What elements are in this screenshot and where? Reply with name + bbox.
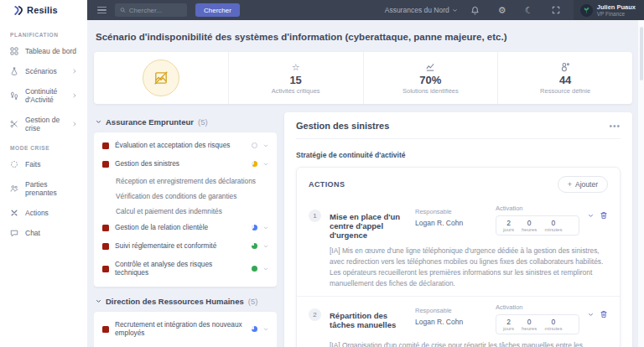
search-icon [120,7,126,13]
fullscreen-icon[interactable] [547,0,565,20]
sub-activity-row[interactable]: Vérification des conditions de garanties [94,189,277,204]
activity-marker [102,142,109,149]
activity-label: Gestion de la relation clientèle [115,224,246,232]
activation-minutes-unit: minutes [544,227,562,232]
user-menu[interactable]: Julien Puaux VP Finance [574,0,644,20]
stat-solutions-identifiees: 70% Solutions identifiées [363,52,498,104]
group-count: (5) [198,117,208,127]
activation-label: Activation [496,303,579,311]
chevron-down-icon[interactable] [263,327,268,332]
strategy-label: Stratégie de continuité d'activité [296,151,621,159]
activation-duration-box[interactable]: 2jours 0heures 0minutes [496,215,579,236]
activation-hours: 0 [522,318,537,326]
group-header-assurance-emprunteur[interactable]: Assurance Emprunteur (5) [96,117,277,127]
scrollbar-track[interactable] [638,20,644,347]
sidebar-item-label: Chat [25,229,77,237]
group-header-ressources-humaines[interactable]: Direction des Ressources Humaines (5) [96,297,277,306]
sidebar-item-gestion-de-crise[interactable]: Gestion de crise [0,110,87,138]
sub-activity-row[interactable]: Réception et enregistrement des déclarat… [94,174,277,189]
sidebar-item-faits[interactable]: Faits [0,154,87,174]
activation-minutes-unit: minutes [544,326,562,331]
activity-row[interactable]: Gestion des sinistres [94,155,277,174]
stat-label: Activités critiques [272,87,320,95]
activation-minutes: 0 [544,219,562,227]
star-icon: ☆ [292,61,300,73]
activities-panel: Assurance Emprunteur (5) Évaluation et a… [94,112,277,347]
user-name: Julien Puaux [597,3,636,11]
sidebar-item-actions[interactable]: Actions [0,203,87,223]
group-card: Recrutement et intégration des nouveaux … [94,312,277,347]
action-description: [IA] Mis en œuvre d'une ligne téléphoniq… [330,246,608,289]
sidebar-item-scenarios[interactable]: Scénarios [0,61,87,81]
scrollbar-thumb[interactable] [640,27,643,80]
activation-duration-box[interactable]: 2jours 0heures 0minutes [496,314,579,334]
main-content: Scénario d'indisponibilité des systèmes … [87,20,644,347]
activity-label: Gestion des sinistres [115,160,246,168]
responsable-label: Responsable [415,307,487,314]
stats-card: ☆ 15 Activités critiques 70% Solutions i… [94,52,632,104]
user-role: VP Finance [597,11,636,18]
chevron-down-icon[interactable] [263,143,268,148]
trash-icon[interactable] [600,310,608,319]
sidebar-section-planification: PLANIFICATION [0,25,87,41]
chevron-down-icon [96,119,101,125]
activation-minutes: 0 [544,318,562,326]
stat-activites-critiques: ☆ 15 Activités critiques [228,52,363,104]
notifications-bell-icon[interactable] [466,0,485,20]
avatar [580,4,593,17]
flask-icon [10,67,18,75]
responsable-label: Responsable [415,208,487,215]
activity-label: Suivi réglementaire et conformité [115,242,246,251]
activity-row[interactable]: Contrôle et analyse des risques techniqu… [94,256,277,282]
detail-title: Gestion des sinistres [296,121,389,131]
sidebar-item-parties-prenantes[interactable]: Parties prenantes [0,174,87,203]
footprints-icon [10,91,18,100]
trash-icon[interactable] [600,211,608,220]
dark-mode-moon-icon[interactable]: ☾ [520,0,538,20]
action-item: 1 Mise en place d'un centre d'appel d'ur… [297,198,620,296]
stat-value: 15 [289,74,301,86]
activation-hours: 0 [522,219,537,227]
collapse-chevron-icon[interactable] [588,213,594,219]
group-title: Assurance Emprunteur [106,117,194,127]
actions-card: ACTIONS + Ajouter 1 Mise en place d'un c… [296,167,621,347]
hamburger-menu-icon[interactable] [97,7,106,14]
chevron-down-icon [96,298,101,304]
activity-row[interactable]: Évaluation et acceptation des risques [94,137,277,155]
activity-row[interactable]: Gestion de la paie et des avantages soci… [94,343,277,347]
chevron-right-icon [72,93,77,98]
chevron-down-icon[interactable] [263,267,268,272]
logo[interactable]: Resilis [0,0,87,20]
collapse-chevron-icon[interactable] [588,312,594,318]
add-action-button[interactable]: + Ajouter [558,176,608,193]
stat-label: Ressource définie [540,87,590,95]
sidebar-item-label: Parties prenantes [25,180,77,197]
organization-selector[interactable]: Assurances du Nord [385,6,458,14]
sidebar-item-chat[interactable]: Chat [0,223,87,243]
settings-gear-icon[interactable]: ⚙ [493,0,512,20]
chevron-down-icon[interactable] [263,162,268,167]
activity-marker [102,243,109,250]
sub-activity-row[interactable]: Calcul et paiement des indemnités [94,204,277,219]
chevron-down-icon[interactable] [263,244,268,249]
sidebar-item-label: Gestion de crise [25,116,65,132]
search-button[interactable]: Chercher [195,3,240,17]
more-options-icon[interactable]: ••• [609,124,621,128]
logo-text: Resilis [27,5,58,15]
progress-indicator [252,161,257,167]
activity-marker [102,161,109,168]
topbar: Resilis Chercher Assurances du Nord ⚙ ☾ [0,0,644,20]
activity-row[interactable]: Suivi réglementaire et conformité [94,237,277,256]
dashboard-grid-icon [10,47,18,55]
activity-row[interactable]: Recrutement et intégration des nouveaux … [94,316,277,343]
organization-name: Assurances du Nord [385,6,449,14]
sidebar-item-label: Tableau de bord [25,47,77,55]
search-input[interactable] [129,7,182,14]
activity-row[interactable]: Gestion de la relation clientèle [94,219,277,237]
sidebar-item-continuite-activite[interactable]: Continuité d'Activité [0,81,87,110]
sidebar: PLANIFICATION Tableau de bord Scénarios … [0,20,87,347]
sidebar-item-tableau-de-bord[interactable]: Tableau de bord [0,41,87,61]
chevron-down-icon[interactable] [263,225,268,230]
activation-label: Activation [496,205,579,212]
chat-bubble-icon [10,229,18,237]
